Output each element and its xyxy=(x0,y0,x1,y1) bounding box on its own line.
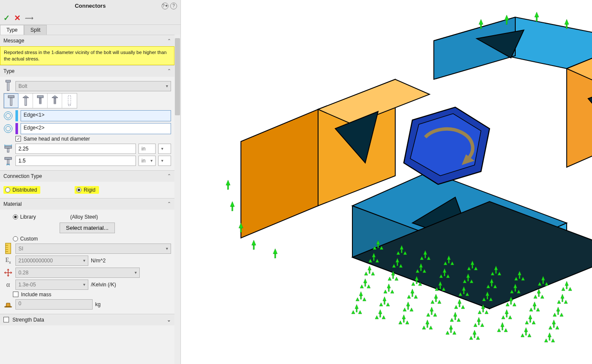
shank-diameter-dd[interactable]: ▾ xyxy=(158,156,171,166)
panel-title: Connectors xyxy=(75,3,105,9)
svg-marker-262 xyxy=(534,295,537,298)
svg-marker-322 xyxy=(454,305,458,309)
shank-diameter-unit[interactable]: in▾ xyxy=(138,156,156,166)
radio-distributed[interactable] xyxy=(5,187,10,193)
type-header[interactable]: Type ⌃ xyxy=(0,66,174,77)
svg-rect-305 xyxy=(365,283,366,286)
svg-rect-369 xyxy=(526,332,526,335)
thermal-expansion-input[interactable]: 1.3e-05▾ xyxy=(15,280,88,290)
section-material: Material ⌃ Library (Alloy Steel) Select … xyxy=(0,198,174,314)
material-header-label: Material xyxy=(3,201,22,207)
panel-scroll[interactable]: Message ⌃ Reported stress in the 1-diame… xyxy=(0,35,180,364)
youngs-modulus-input[interactable]: 210000000000▾ xyxy=(15,256,88,266)
svg-marker-395 xyxy=(453,331,456,334)
scrollbar-thumb[interactable] xyxy=(175,38,180,115)
svg-marker-38 xyxy=(505,15,509,20)
section-strength[interactable]: Strength Data ⌄ xyxy=(0,314,174,325)
svg-marker-42 xyxy=(565,19,569,24)
svg-marker-295 xyxy=(513,303,516,306)
svg-marker-386 xyxy=(399,321,402,324)
connector-type-select[interactable]: Bolt▾ xyxy=(15,81,171,91)
tab-type[interactable]: Type xyxy=(0,25,24,35)
connection-type-rigid[interactable]: Rigid xyxy=(75,186,99,194)
svg-rect-55 xyxy=(228,185,229,190)
edge2-field[interactable]: Edge<2> xyxy=(21,123,171,134)
chevron-down-icon: ▾ xyxy=(166,84,168,88)
cancel-button[interactable]: ✕ xyxy=(14,13,21,23)
connection-type-distributed[interactable]: Distributed xyxy=(3,186,40,194)
poisson-input[interactable]: 0.28▾ xyxy=(15,268,140,278)
svg-rect-321 xyxy=(459,304,460,307)
svg-rect-361 xyxy=(478,322,479,325)
connector-type-value: Bolt xyxy=(18,83,27,89)
head-diameter-unit[interactable]: in xyxy=(138,144,156,154)
section-connection-type: Connection Type ⌃ Distributed Rigid xyxy=(0,170,174,198)
scrollbar[interactable] xyxy=(174,35,180,364)
svg-rect-245 xyxy=(444,273,445,276)
svg-rect-13 xyxy=(7,148,9,152)
svg-marker-388 xyxy=(426,320,429,324)
model-render xyxy=(181,0,592,364)
same-diameter-check[interactable] xyxy=(15,136,21,141)
bolt-subtype-5[interactable] xyxy=(62,93,77,108)
svg-marker-336 xyxy=(552,320,556,324)
edge1-field[interactable]: Edge<1> xyxy=(21,110,171,121)
svg-marker-263 xyxy=(541,295,544,298)
thermal-expansion-unit: /Kelvin (/K) xyxy=(91,282,116,288)
svg-rect-237 xyxy=(397,262,398,266)
svg-marker-370 xyxy=(521,334,524,337)
connection-type-header[interactable]: Connection Type ⌃ xyxy=(0,171,174,182)
svg-rect-373 xyxy=(549,337,550,340)
message-body: Reported stress in the 1-diameter vicini… xyxy=(0,46,174,65)
svg-marker-299 xyxy=(536,308,540,311)
shank-diameter-input[interactable] xyxy=(15,156,136,166)
ok-button[interactable]: ✓ xyxy=(3,13,10,23)
svg-marker-352 xyxy=(430,307,433,311)
svg-rect-39 xyxy=(506,20,508,24)
svg-rect-385 xyxy=(403,319,404,322)
pin-button[interactable]: ⟿ xyxy=(25,15,33,21)
svg-marker-339 xyxy=(556,326,559,329)
unit-system-select[interactable]: SI▾ xyxy=(15,244,171,254)
material-library-radio[interactable]: Library xyxy=(13,214,36,220)
bolt-subtype-1[interactable] xyxy=(4,93,18,108)
thermal-expansion-icon: α xyxy=(3,280,13,289)
svg-marker-343 xyxy=(363,298,366,301)
svg-marker-315 xyxy=(414,295,418,298)
head-diameter-dd[interactable]: ▾ xyxy=(158,144,171,154)
radio-library[interactable] xyxy=(13,214,18,220)
bolt-subtype-4[interactable] xyxy=(48,93,62,108)
head-diameter-input[interactable] xyxy=(15,144,136,154)
svg-marker-306 xyxy=(360,285,364,288)
radio-custom[interactable] xyxy=(13,236,18,241)
bolt-subtype-3[interactable] xyxy=(33,93,48,108)
svg-marker-390 xyxy=(422,326,426,329)
svg-rect-0 xyxy=(6,80,11,82)
svg-rect-381 xyxy=(380,314,381,317)
material-header[interactable]: Material ⌃ xyxy=(0,199,174,210)
svg-rect-16 xyxy=(6,243,11,253)
section-type: Type ⌃ Bolt▾ xyxy=(0,65,174,170)
include-mass-check[interactable] xyxy=(13,292,18,297)
mass-input[interactable]: 0 xyxy=(15,299,93,310)
svg-marker-311 xyxy=(391,290,394,293)
svg-marker-387 xyxy=(406,321,409,324)
svg-marker-334 xyxy=(525,321,529,324)
bolt-subtype-2[interactable] xyxy=(18,93,33,108)
select-material-button[interactable]: Select material... xyxy=(60,223,115,233)
mass-icon xyxy=(3,300,13,309)
strength-data-check[interactable] xyxy=(3,317,9,322)
svg-marker-26 xyxy=(241,109,318,238)
svg-marker-383 xyxy=(382,316,385,319)
graphics-viewport[interactable] xyxy=(181,0,592,364)
svg-rect-229 xyxy=(566,286,567,289)
svg-marker-374 xyxy=(544,339,548,342)
svg-marker-360 xyxy=(477,317,481,322)
message-header[interactable]: Message ⌃ xyxy=(0,35,174,46)
material-custom-radio[interactable]: Custom xyxy=(13,236,38,242)
help-tip-icon[interactable]: ?✦ xyxy=(162,3,168,9)
tab-split[interactable]: Split xyxy=(24,25,47,35)
help-icon[interactable]: ? xyxy=(170,3,177,9)
radio-rigid[interactable] xyxy=(76,187,81,193)
svg-rect-341 xyxy=(361,296,361,299)
